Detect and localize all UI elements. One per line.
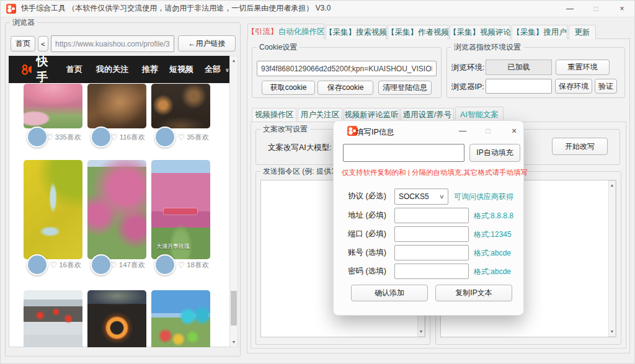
nav-following[interactable]: 我的关注 <box>96 64 128 75</box>
tab-collect-search-video[interactable]: 【采集】搜索视频 <box>326 25 386 39</box>
window-titlebar: 快手综合工具 （本软件仅供学习交流使用，请勿用于非法用途，一切后果由使用者承担）… <box>0 0 635 17</box>
start-rewrite-button[interactable]: 开始改写 <box>552 138 608 155</box>
video-thumbnail[interactable] <box>151 84 210 128</box>
chevron-down-icon: ∨ <box>225 67 229 73</box>
address-label: 地址 (必填) <box>348 210 386 221</box>
tab-traffic-automation[interactable]: 【引流】 自动化操作区 <box>247 24 324 39</box>
video-thumbnail[interactable] <box>24 290 82 347</box>
autofill-warning: 仅支持软件复制的和 | 分隔的自动填充,其它格式请手动填写 <box>342 168 528 177</box>
tab-label: 自动化操作区 <box>278 27 325 37</box>
scroll-down-icon[interactable]: ▼ <box>230 339 238 345</box>
kuaishou-logo-icon <box>21 63 32 76</box>
rewrite-group-label: 文案改写设置 <box>260 125 310 133</box>
password-label: 密码 (选填) <box>348 266 386 277</box>
browser-scrollbar[interactable]: ▲ ▼ <box>229 56 238 347</box>
tab-prefix: 【引流】 <box>247 27 278 37</box>
protocol-label: 协议 (必选) <box>348 191 386 202</box>
nav-all-dropdown[interactable]: 全部 ∨ <box>205 64 229 75</box>
port-hint: 格式:12345 <box>474 229 512 240</box>
app-logo-icon <box>6 4 16 14</box>
maximize-icon[interactable]: □ <box>583 0 609 17</box>
like-row: ♡ 116喜欢 <box>87 127 146 148</box>
video-thumbnail[interactable]: 大浦月季玫瑰 <box>151 160 210 259</box>
back-button[interactable]: < <box>38 36 48 51</box>
ip-paste-input[interactable] <box>343 144 464 162</box>
url-input[interactable] <box>51 35 174 52</box>
like-row: ♡ 16喜欢 <box>24 254 82 275</box>
get-cookie-button[interactable]: 获取cookie <box>262 81 315 95</box>
ip-autofill-button[interactable]: IP自动填充 <box>469 144 520 162</box>
dialog-title: 填写IP信息 <box>356 127 394 138</box>
nav-all-label: 全部 <box>205 64 221 74</box>
ai-model-label: 文案改写AI大模型: <box>268 143 332 153</box>
close-icon[interactable]: × <box>609 0 635 17</box>
user-link-button[interactable]: ←用户链接 <box>178 35 236 51</box>
video-thumbnail[interactable] <box>87 160 146 259</box>
minimize-icon[interactable]: — <box>557 0 583 17</box>
heart-icon: ♡ <box>110 133 118 141</box>
like-count: 335喜欢 <box>55 133 81 142</box>
video-thumbnail[interactable] <box>87 290 146 347</box>
scroll-up-icon[interactable]: ▲ <box>609 182 615 189</box>
reset-env-button[interactable]: 重置环境 <box>556 60 610 75</box>
dialog-maximize-icon[interactable]: □ <box>477 123 499 138</box>
scroll-down-icon[interactable]: ▼ <box>418 329 424 335</box>
heart-icon: ♡ <box>50 261 58 269</box>
password-hint: 格式:abcde <box>474 267 511 277</box>
ip-dialog: 填写IP信息 — □ × IP自动填充 仅支持软件复制的和 | 分隔的自动填充,… <box>333 120 524 316</box>
nav-shorts[interactable]: 短视频 <box>169 64 193 75</box>
result-scrollbar[interactable]: ▲ ▼ <box>608 180 616 337</box>
account-input[interactable] <box>394 245 469 260</box>
tab-collect-search-user[interactable]: 【采集】搜用户 <box>512 25 567 39</box>
tab-user-follow[interactable]: 用户关注区 <box>298 108 342 122</box>
copy-ip-text-button[interactable]: 复制IP文本 <box>435 285 512 301</box>
protocol-value: SOCKS5 <box>399 192 429 201</box>
browser-group-label: 浏览器 <box>10 18 37 27</box>
video-thumbnail[interactable] <box>87 84 146 128</box>
address-input[interactable] <box>394 208 469 223</box>
like-count: 147喜欢 <box>119 260 145 270</box>
tab-general-settings[interactable]: 通用设置/养号 <box>401 108 454 122</box>
scroll-up-icon[interactable]: ▲ <box>230 58 238 64</box>
save-env-button[interactable]: 保存环境 <box>555 79 592 94</box>
port-input[interactable] <box>394 226 469 242</box>
like-count: 18喜欢 <box>187 260 209 270</box>
browser-ip-input[interactable] <box>486 79 552 94</box>
like-count: 116喜欢 <box>120 133 145 142</box>
tab-new-comment-monitor[interactable]: 视频新评论监听 <box>344 108 399 122</box>
fingerprint-group-label: 浏览器指纹环境设置 <box>451 43 523 51</box>
heart-icon: ♡ <box>110 261 117 269</box>
tab-update[interactable]: 更新 <box>569 25 596 39</box>
clear-login-button[interactable]: 清理登陆信息 <box>378 81 432 95</box>
heart-icon: ♡ <box>46 133 53 141</box>
like-row: ♡ 147喜欢 <box>87 254 146 275</box>
verify-button[interactable]: 验证 <box>595 79 617 94</box>
like-row: ♡ 335喜欢 <box>24 127 82 148</box>
scroll-down-icon[interactable]: ▼ <box>609 329 615 335</box>
tab-collect-author-video[interactable]: 【采集】作者视频 <box>388 25 448 39</box>
confirm-add-button[interactable]: 确认添加 <box>351 285 428 301</box>
save-cookie-button[interactable]: 保存cookie <box>318 81 373 95</box>
password-input[interactable] <box>394 264 469 279</box>
protocol-hint: 可询问供应商获得 <box>454 192 513 202</box>
video-thumbnail[interactable] <box>24 84 82 128</box>
kuaishou-brand: 快手 <box>36 53 55 86</box>
tab-video-operations[interactable]: 视频操作区 <box>252 108 296 122</box>
home-button[interactable]: 首页 <box>11 36 35 51</box>
kuaishou-navbar: 快手 首页 我的关注 推荐 短视频 全部 ∨ <box>9 56 229 83</box>
nav-home[interactable]: 首页 <box>66 64 82 75</box>
protocol-select[interactable]: SOCKS5 ∨ <box>394 189 448 205</box>
dialog-close-icon[interactable]: × <box>504 123 525 138</box>
nav-recommend[interactable]: 推荐 <box>142 64 158 75</box>
port-label: 端口 (必填) <box>348 229 386 239</box>
video-thumbnail[interactable] <box>24 160 82 259</box>
video-overlay-text: 大浦月季玫瑰 <box>156 242 190 251</box>
tab-collect-video-comments[interactable]: 【采集】视频评论 <box>450 25 510 39</box>
video-thumbnail[interactable] <box>151 290 210 347</box>
dialog-minimize-icon[interactable]: — <box>452 123 473 138</box>
cookie-input[interactable] <box>257 61 437 76</box>
heart-icon: ♡ <box>178 261 185 269</box>
window-controls: — □ × <box>557 0 635 17</box>
env-label: 浏览环境: <box>451 63 484 73</box>
scrollbar-thumb[interactable] <box>231 291 237 326</box>
